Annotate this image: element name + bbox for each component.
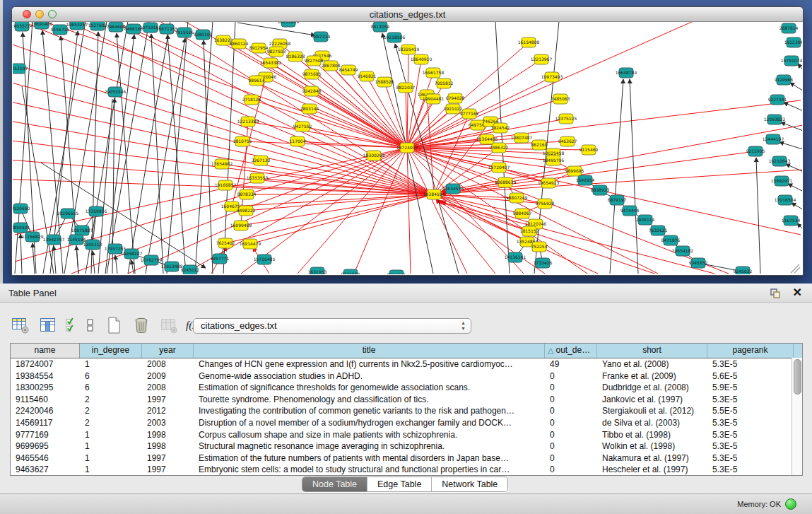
column-header-in_degree[interactable]: in_degree <box>80 344 142 358</box>
table-cell[interactable]: 5.3E-5 <box>707 440 794 452</box>
table-cell[interactable]: Franke et al. (2009) <box>597 370 707 382</box>
table-cell[interactable]: 5.5E-5 <box>707 405 794 417</box>
table-cell[interactable]: Estimation of the future numbers of pati… <box>194 452 545 465</box>
graph-edge[interactable] <box>271 63 407 148</box>
table-cell[interactable]: 2 <box>80 405 142 417</box>
table-cell[interactable]: 1 <box>80 358 142 370</box>
graph-edge[interactable] <box>232 194 434 206</box>
graph-edge[interactable] <box>786 164 802 173</box>
table-cell[interactable]: 0 <box>545 405 597 417</box>
table-cell[interactable]: 1997 <box>142 452 194 465</box>
table-cell[interactable]: 9777169 <box>11 429 80 441</box>
graph-edge[interactable] <box>407 148 548 183</box>
resize-grip[interactable] <box>791 264 800 273</box>
graph-edge[interactable] <box>266 77 407 148</box>
table-cell[interactable]: 1 <box>80 452 142 465</box>
table-cell[interactable]: 5.3E-5 <box>707 452 794 465</box>
new-column-button[interactable] <box>103 315 124 336</box>
table-cell[interactable]: 5.6E-5 <box>707 370 794 382</box>
table-cell[interactable]: 0 <box>545 417 597 429</box>
table-cell[interactable]: Yano et al. (2008) <box>597 358 707 370</box>
table-cell[interactable]: 1 <box>80 429 142 441</box>
table-row[interactable]: 977716911998Corpus callosum shape and si… <box>11 429 802 441</box>
table-cell[interactable]: 0 <box>545 464 597 476</box>
graph-edge[interactable] <box>223 22 235 274</box>
table-cell[interactable]: 18300295 <box>11 382 80 394</box>
table-cell[interactable]: Dudbridge et al. (2008) <box>597 382 707 394</box>
select-all-button[interactable] <box>65 315 78 336</box>
graph-edge[interactable] <box>20 234 22 274</box>
column-header-name[interactable]: name <box>11 344 80 358</box>
graph-edge[interactable] <box>790 83 802 92</box>
tab-network-table[interactable]: Network Table <box>432 477 507 491</box>
graph-edge[interactable] <box>407 100 801 148</box>
table-dropdown[interactable]: citations_edges.txt ▲▼ <box>193 318 471 334</box>
table-cell[interactable]: 0 <box>545 394 597 406</box>
tab-node-table[interactable]: Node Table <box>302 477 367 491</box>
graph-edge[interactable] <box>407 49 408 148</box>
graph-edge[interactable] <box>13 40 434 194</box>
delete-column-button[interactable] <box>131 315 152 336</box>
window-titlebar[interactable]: citations_edges.txt <box>12 7 803 22</box>
table-row[interactable]: 946554611997Estimation of the future num… <box>11 452 802 465</box>
network-view-canvas[interactable]: 1872400719384554163822788601248912954222… <box>13 22 802 274</box>
table-cell[interactable]: 2009 <box>142 370 194 382</box>
table-cell[interactable]: Tibbo et al. (1998) <box>597 429 707 441</box>
graph-edge[interactable] <box>407 148 411 274</box>
graph-edge[interactable] <box>246 194 434 211</box>
graph-edge[interactable] <box>312 74 407 148</box>
float-panel-icon[interactable] <box>770 288 781 299</box>
table-cell[interactable]: 5.3E-5 <box>707 417 794 429</box>
table-cell[interactable]: 2 <box>80 417 142 429</box>
graph-edge[interactable] <box>195 22 213 274</box>
table-cell[interactable]: 1998 <box>142 440 194 452</box>
table-cell[interactable]: 1997 <box>142 464 194 476</box>
table-cell[interactable]: 0 <box>545 382 597 394</box>
graph-edge[interactable] <box>792 203 802 211</box>
table-cell[interactable]: 0 <box>545 452 597 465</box>
column-header-short[interactable]: short <box>597 344 707 358</box>
graph-edge[interactable] <box>407 148 467 274</box>
table-cell[interactable]: 2 <box>80 394 142 406</box>
table-row[interactable]: 2242004622012Investigating the contribut… <box>11 405 802 417</box>
column-header-year[interactable]: year <box>142 344 194 358</box>
table-row[interactable]: 1456911722003Disruption of a novel membe… <box>11 417 802 429</box>
graph-edge[interactable] <box>225 194 434 243</box>
table-cell[interactable]: 6 <box>80 382 142 394</box>
graph-edge[interactable] <box>115 255 117 274</box>
graph-edge[interactable] <box>93 251 95 274</box>
table-mode-button[interactable] <box>10 315 31 336</box>
table-cell[interactable]: Tourette syndrome. Phenomenology and cla… <box>194 394 545 406</box>
table-cell[interactable]: Wolkin et al. (1998) <box>597 440 707 452</box>
table-cell[interactable]: 0 <box>545 429 597 441</box>
table-row[interactable]: 1938455462009Genome-wide association stu… <box>11 370 802 382</box>
tab-edge-table[interactable]: Edge Table <box>367 477 432 491</box>
table-cell[interactable]: Disruption of a novel member of a sodium… <box>194 417 545 429</box>
table-row[interactable]: 1872400712008Changes of HCN gene express… <box>11 358 802 370</box>
table-cell[interactable]: 1998 <box>142 429 194 441</box>
table-cell[interactable]: 1997 <box>142 394 194 406</box>
network-graph[interactable]: 1872400719384554163822788601248912954222… <box>13 22 802 274</box>
table-cell[interactable]: Embryonic stem cells: a model to study s… <box>194 464 545 476</box>
close-panel-icon[interactable]: ✕ <box>793 286 802 299</box>
table-cell[interactable]: 2008 <box>142 358 194 370</box>
table-cell[interactable]: 1 <box>80 464 142 476</box>
table-row[interactable]: 1830029562008Estimation of significance … <box>11 382 802 394</box>
table-cell[interactable]: Genome-wide association studies in ADHD. <box>194 370 545 382</box>
graph-edge[interactable] <box>630 79 638 274</box>
table-cell[interactable]: 49 <box>545 358 597 370</box>
table-cell[interactable]: Stergiakouli et al. (2012) <box>597 405 707 417</box>
table-cell[interactable]: Corpus callosum shape and size in male p… <box>194 429 545 441</box>
table-panel-header[interactable]: Table Panel ✕ <box>0 284 812 303</box>
clear-selection-button[interactable] <box>84 315 97 336</box>
table-cell[interactable]: 5.3E-5 <box>707 358 794 370</box>
graph-edge[interactable] <box>784 103 802 112</box>
table-cell[interactable]: 14569117 <box>11 417 80 429</box>
table-cell[interactable]: 0 <box>545 370 597 382</box>
table-cell[interactable]: 22420046 <box>11 405 80 417</box>
table-cell[interactable]: 9463627 <box>11 464 80 476</box>
graph-edge[interactable] <box>167 22 188 274</box>
graph-edge[interactable] <box>610 79 623 274</box>
memory-ok-indicator[interactable] <box>785 498 796 510</box>
table-cell[interactable]: 1 <box>80 440 142 452</box>
